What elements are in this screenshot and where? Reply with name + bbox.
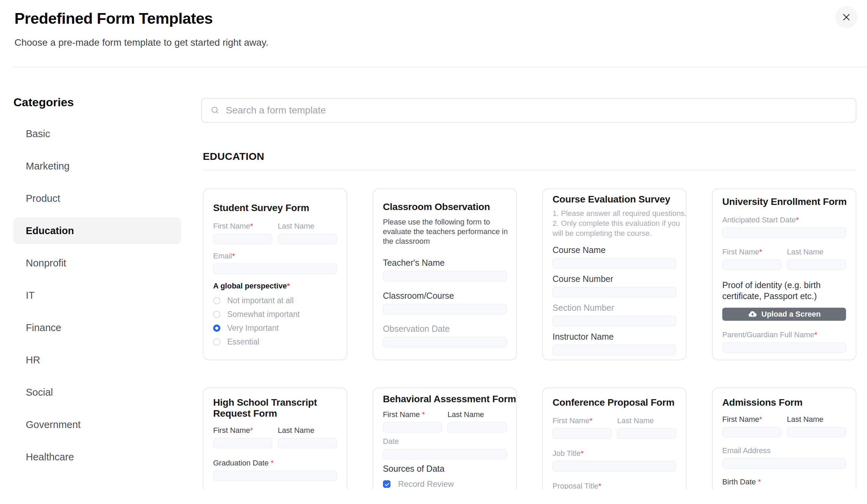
email-address-group: Email Address — [722, 446, 846, 469]
proof-of-identity-label: Proof of identity (e.g. birth certificat… — [722, 279, 846, 301]
card-title: University Enrollment Form — [722, 196, 846, 207]
name-fields: First Name* Last Name — [722, 248, 846, 270]
radio-unselected-icon — [213, 338, 220, 345]
sidebar-item-hr[interactable]: HR — [13, 346, 181, 373]
proposal-title-group: Proposal Title* — [553, 482, 676, 489]
required-asterisk: * — [232, 252, 235, 260]
template-card-university-enrollment[interactable]: University Enrollment Form Anticipated S… — [712, 189, 856, 360]
date-field — [383, 449, 507, 459]
course-number-group: Course Number — [553, 274, 676, 297]
radio-option: Somewhat important — [213, 310, 337, 319]
card-title: Course Evaluation Survey — [553, 194, 676, 205]
observation-date-group: Observation Date — [383, 324, 507, 347]
sidebar-item-nonprofit[interactable]: Nonprofit — [13, 250, 181, 276]
sidebar-item-it[interactable]: IT — [13, 282, 181, 309]
categories-heading: Categories — [13, 96, 74, 109]
template-grid: Student Survey Form First Name* Last Nam… — [203, 189, 856, 489]
birth-date-group: Birth Date* — [722, 478, 846, 489]
name-fields: First Name* Last Name — [722, 415, 846, 437]
template-card-hs-transcript-request[interactable]: High School Transcript Request Form Firs… — [203, 387, 347, 489]
template-card-classroom-observation[interactable]: Classroom Observation Please use the fol… — [373, 189, 517, 360]
search-bar — [201, 98, 856, 123]
required-asterisk: * — [759, 248, 762, 256]
email-field-group: Email* — [213, 252, 337, 274]
template-card-behavioral-assessment[interactable]: Behavioral Assessment Form First Name* L… — [373, 387, 517, 489]
card-description: 1. Please answer all required questions.… — [553, 208, 676, 238]
template-card-admissions[interactable]: Admissions Form First Name* Last Name Em… — [712, 387, 856, 489]
upload-button: Upload a Screen — [722, 308, 846, 321]
card-title: High School Transcript Request Form — [213, 397, 337, 419]
radio-option: Essential — [213, 337, 337, 346]
email-address-field — [722, 458, 846, 469]
sidebar-item-marketing[interactable]: Marketing — [13, 153, 181, 180]
close-button[interactable] — [835, 6, 857, 28]
section-divider — [203, 170, 856, 171]
radio-group: A global perspective* Not important at a… — [213, 281, 337, 346]
required-asterisk: * — [758, 478, 761, 486]
card-title: Conference Proposal Form — [553, 397, 676, 408]
first-name-field — [722, 259, 781, 270]
start-date-field — [722, 228, 846, 238]
required-asterisk: * — [422, 410, 425, 419]
close-icon — [841, 12, 852, 22]
sidebar-item-social[interactable]: Social — [13, 379, 181, 406]
job-title-group: Job Title* — [553, 449, 676, 471]
checkbox-checked-icon — [383, 480, 390, 488]
classroom-course-field — [383, 304, 507, 314]
template-card-course-evaluation[interactable]: Course Evaluation Survey 1. Please answe… — [542, 189, 686, 360]
required-asterisk: * — [581, 449, 584, 458]
teachers-name-field — [383, 271, 507, 281]
template-card-student-survey[interactable]: Student Survey Form First Name* Last Nam… — [203, 189, 347, 360]
start-date-group: Anticipated Start Date* — [722, 216, 846, 238]
email-field — [213, 264, 337, 274]
required-asterisk: * — [250, 222, 253, 230]
radio-option-selected: Very Important — [213, 323, 337, 333]
sidebar-item-education[interactable]: Education — [13, 217, 181, 244]
search-icon — [210, 105, 220, 116]
sidebar-item-basic[interactable]: Basic — [13, 120, 181, 147]
sidebar-item-government[interactable]: Government — [13, 411, 181, 438]
sidebar-item-healthcare[interactable]: Healthcare — [13, 443, 181, 470]
name-fields: First Name* Last Name — [213, 222, 337, 244]
last-name-field — [278, 438, 337, 448]
instructor-name-group: Instructor Name — [553, 332, 676, 355]
page-subtitle: Choose a pre-made form template to get s… — [14, 37, 268, 48]
sidebar-item-product[interactable]: Product — [13, 185, 181, 212]
card-title: Behavioral Assessment Form — [383, 394, 507, 405]
course-name-field — [553, 258, 676, 268]
last-name-field — [617, 428, 676, 439]
name-fields: First Name* Last Name — [553, 416, 676, 439]
observation-date-field — [383, 337, 507, 347]
page-title: Predefined Form Templates — [14, 10, 213, 28]
radio-selected-icon — [213, 324, 220, 332]
graduation-date-group: Graduation Date* — [213, 459, 337, 481]
course-number-field — [553, 287, 676, 297]
first-name-field — [722, 427, 781, 437]
sidebar-item-finance[interactable]: Finance — [13, 314, 181, 341]
search-input[interactable] — [226, 105, 847, 116]
required-asterisk: * — [814, 330, 817, 339]
required-asterisk: * — [287, 281, 290, 290]
date-group: Date — [383, 437, 507, 459]
upload-group: Upload a Screen — [722, 308, 846, 321]
radio-unselected-icon — [213, 297, 220, 304]
first-name-field — [213, 438, 272, 448]
instructor-name-field — [553, 345, 676, 355]
graduation-date-field — [213, 471, 337, 481]
first-name-field — [553, 428, 612, 439]
checkbox-group: Sources of Data Record Review Scatterplo… — [383, 464, 507, 489]
card-description: Please use the following form to evaluat… — [383, 217, 507, 246]
classroom-course-group: Classroom/Course — [383, 291, 507, 314]
card-title: Student Survey Form — [213, 203, 337, 214]
teachers-name-group: Teacher's Name — [383, 258, 507, 281]
guardian-group: Parent/Guardian Full Name* — [722, 330, 846, 353]
first-name-field — [383, 422, 442, 432]
card-title: Admissions Form — [722, 397, 846, 408]
required-asterisk: * — [759, 415, 762, 423]
categories-list: Basic Marketing Product Education Nonpro… — [13, 120, 181, 476]
required-asterisk: * — [599, 482, 602, 489]
template-card-conference-proposal[interactable]: Conference Proposal Form First Name* Las… — [542, 387, 686, 489]
required-asterisk: * — [590, 416, 593, 425]
last-name-field — [278, 234, 337, 244]
course-name-group: Course Name — [553, 245, 676, 268]
